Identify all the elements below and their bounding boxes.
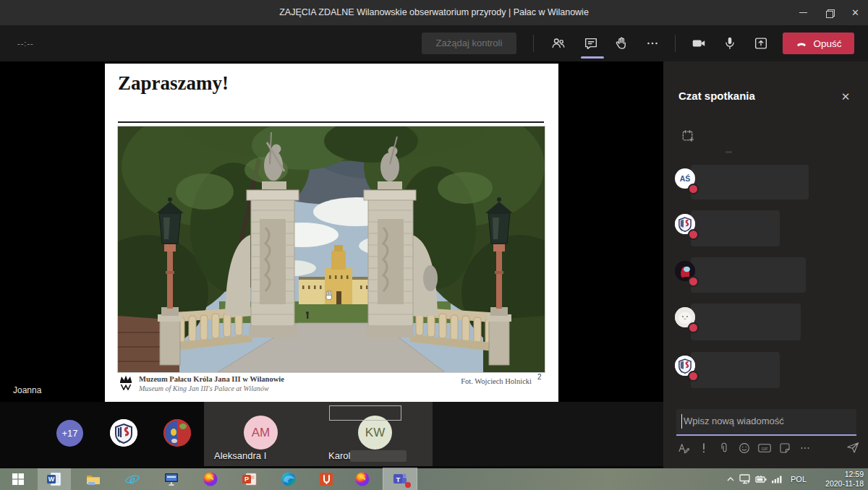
participants-filmstrip: +17 AM Aleksandra I KW: [0, 402, 663, 468]
powerpoint-icon: P: [242, 471, 258, 487]
taskbar-word-button[interactable]: W: [38, 468, 71, 490]
redacted-date-divider: [726, 151, 732, 153]
presenter-name-label: Joanna: [13, 385, 41, 395]
windows-taskbar: W e: [0, 468, 868, 490]
word-icon: W: [46, 471, 62, 487]
palace-gate-photo: [118, 126, 545, 372]
leave-button-label: Opuść: [813, 38, 841, 49]
taskbar-firefox-button[interactable]: [194, 468, 227, 490]
toolbar-divider: [675, 35, 676, 52]
share-screen-button[interactable]: [749, 35, 773, 52]
participants-icon: [550, 35, 566, 51]
internet-explorer-icon: e: [124, 471, 140, 487]
tray-display-icon[interactable]: [739, 468, 751, 490]
participant-avatar-colorful[interactable]: [163, 419, 191, 447]
participant-tile-aleksandra[interactable]: AM Aleksandra I: [204, 402, 318, 466]
tray-clock[interactable]: 12:59 2020-11-18: [816, 468, 864, 490]
teams-meeting-window: ZAJĘCIA ZDALNE Wilanowskie obserwatorium…: [0, 0, 868, 490]
tray-network-icon[interactable]: [771, 468, 783, 490]
close-window-button[interactable]: ✕: [839, 0, 868, 25]
compose-more-button[interactable]: [795, 440, 815, 456]
tray-language-indicator[interactable]: POL: [791, 468, 807, 490]
participant-tile-karol[interactable]: KW Karol: [318, 402, 433, 466]
participants-button[interactable]: [547, 35, 570, 52]
svg-text:P: P: [244, 476, 249, 483]
leave-button[interactable]: Opuść: [783, 33, 854, 54]
slide-rule-line: [118, 121, 544, 123]
more-options-button[interactable]: [641, 35, 664, 52]
message-bubble-redacted: [691, 257, 806, 293]
camera-button[interactable]: [687, 35, 710, 52]
display-icon: [739, 474, 751, 484]
status-busy-dot: [688, 322, 699, 333]
svg-text:e: e: [129, 473, 135, 486]
tray-chevron-up[interactable]: [726, 468, 735, 490]
status-busy-dot: [688, 276, 699, 287]
slide-footer-museum-pl: Muzeum Pałacu Króla Jana III w Wilanowie: [139, 375, 284, 383]
close-icon: ✕: [851, 7, 859, 18]
svg-text:GIF: GIF: [762, 447, 768, 451]
schedule-meeting-icon[interactable]: [681, 129, 695, 143]
slide-page-number: 2: [537, 373, 542, 381]
chat-message-input[interactable]: Wpisz nową wiadomość: [676, 409, 856, 436]
mark-important-button[interactable]: [694, 440, 714, 456]
window-title: ZAJĘCIA ZDALNE Wilanowskie obserwatorium…: [0, 0, 868, 25]
chat-button[interactable]: [579, 35, 603, 52]
taskbar-journal-app-button[interactable]: [310, 468, 343, 490]
taskbar-teams-button[interactable]: T: [383, 468, 417, 490]
edge-icon: [281, 471, 297, 487]
hang-up-icon: [795, 37, 808, 50]
museum-crown-logo-icon: [118, 374, 134, 390]
filmstrip-empty-area: [433, 402, 663, 466]
taskbar-display-app-button[interactable]: [155, 468, 188, 490]
restore-icon: [826, 9, 833, 17]
meeting-chat-panel: Czat spotkania ✕ AŚ: [663, 61, 868, 468]
gif-button[interactable]: GIF: [754, 440, 775, 456]
avatar-initials-am: AM: [244, 416, 278, 450]
taskbar-file-explorer-button[interactable]: [77, 468, 110, 490]
hand-cursor-icon: [326, 291, 332, 300]
more-icon: [644, 35, 660, 51]
meeting-toolbar: --:-- Zażądaj kontroli: [0, 25, 868, 61]
request-control-button[interactable]: Zażądaj kontroli: [422, 33, 516, 54]
toolbar-divider: [533, 35, 534, 52]
emoji-button[interactable]: [734, 440, 754, 456]
microphone-button[interactable]: [718, 35, 741, 52]
start-button[interactable]: [1, 468, 35, 490]
overflow-participants-badge[interactable]: +17: [56, 420, 83, 447]
paperclip-icon: [718, 442, 731, 455]
battery-icon: [755, 475, 767, 483]
taskbar-firefox-button-2[interactable]: [346, 468, 379, 490]
format-button[interactable]: [673, 440, 694, 456]
status-busy-dot: [688, 184, 699, 194]
chat-panel-title: Czat spotkania: [678, 90, 755, 102]
tray-battery-icon[interactable]: [755, 468, 767, 490]
message-bubble-redacted: [691, 304, 801, 340]
taskbar-edge-button[interactable]: [272, 468, 305, 490]
gif-icon: GIF: [757, 442, 772, 455]
slide-footer-museum-en: Museum of King Jan III's Palace at Wilan…: [139, 384, 269, 392]
sticker-button[interactable]: [775, 440, 795, 456]
avatar-initials-kw: KW: [358, 416, 392, 450]
journal-app-icon: [318, 471, 334, 487]
raise-hand-button[interactable]: [610, 35, 633, 52]
compose-toolbar: GIF: [673, 439, 858, 457]
message-bubble-redacted: [691, 165, 809, 199]
ws-crest-icon: [110, 419, 137, 447]
taskbar-powerpoint-button[interactable]: P: [233, 468, 266, 490]
taskbar-internet-explorer-button[interactable]: e: [116, 468, 149, 490]
microphone-icon: [722, 35, 738, 51]
camera-icon: [691, 35, 707, 51]
participant-avatar-ws-crest[interactable]: [110, 419, 137, 447]
redacted-surname-blur: [350, 450, 407, 462]
svg-text:T: T: [396, 476, 401, 483]
file-explorer-icon: [85, 471, 101, 487]
chat-icon: [583, 35, 599, 51]
exclamation-icon: [697, 442, 710, 455]
close-chat-button[interactable]: ✕: [837, 88, 854, 106]
firefox-icon: [354, 471, 370, 487]
send-message-button[interactable]: [843, 439, 863, 455]
presentation-slide: Zapraszamy!: [105, 64, 558, 402]
svg-text:W: W: [48, 476, 55, 483]
attach-file-button[interactable]: [714, 440, 734, 456]
